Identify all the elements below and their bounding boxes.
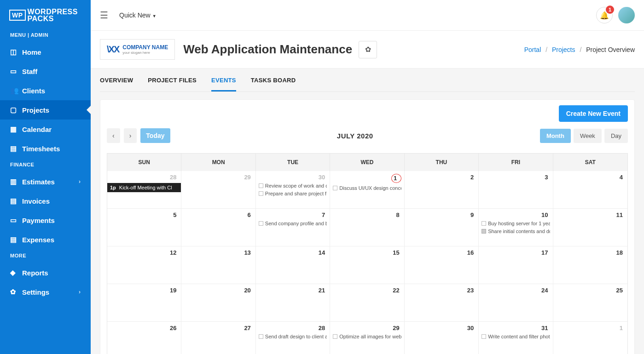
day-number: 13 <box>184 249 252 256</box>
day-of-week-header: WED <box>330 154 404 171</box>
breadcrumb-projects[interactable]: Projects <box>552 46 575 53</box>
calendar-event[interactable]: Buy hosting server for 1 year at <box>482 221 550 226</box>
calendar-day[interactable]: 15 <box>330 246 404 284</box>
next-month-button[interactable]: › <box>124 128 137 143</box>
avatar[interactable] <box>618 7 635 23</box>
calendar-day[interactable]: 1Discuss UI/UX design concepts <box>330 171 404 209</box>
calendar-event[interactable]: Send company profile and bran <box>259 221 327 226</box>
day-number: 3 <box>482 174 550 181</box>
sidebar-item-clients[interactable]: 👥Clients <box>0 81 91 100</box>
breadcrumb-current: Project Overview <box>586 46 635 53</box>
calendar-day[interactable]: 20 <box>181 284 255 322</box>
calendar-event[interactable]: Write content and filter photos <box>482 334 550 339</box>
calendar-event[interactable]: Discuss UI/UX design concepts <box>333 185 401 191</box>
sidebar-item-payments[interactable]: ▭Payments <box>0 211 91 230</box>
calendar-day[interactable]: 17 <box>479 246 553 284</box>
calendar-event[interactable]: Send draft design to client and <box>259 334 327 339</box>
sidebar-item-timesheets[interactable]: ▤Timesheets <box>0 139 91 158</box>
events-panel: Create New Event ‹ › Today JULY 2020 Mon… <box>100 99 635 354</box>
calendar-day[interactable]: 12 <box>107 246 181 284</box>
calendar-day[interactable]: 2 <box>405 171 479 209</box>
tab-events[interactable]: EVENTS <box>211 77 236 91</box>
day-number: 23 <box>407 287 476 294</box>
day-number: 7 <box>259 211 327 218</box>
month-view-button[interactable]: Month <box>540 129 571 143</box>
sidebar-item-invoices[interactable]: ▤Invoices <box>0 191 91 211</box>
calendar-day[interactable]: 6 <box>181 209 255 246</box>
day-number: 26 <box>110 325 178 331</box>
calendar-day[interactable]: 25 <box>553 284 627 322</box>
breadcrumb-portal[interactable]: Portal <box>524 46 541 53</box>
calendar-day[interactable]: 22 <box>330 284 404 322</box>
day-number: 27 <box>184 325 252 331</box>
calendar-day[interactable]: 26 <box>107 322 181 354</box>
day-number: 24 <box>482 287 550 294</box>
chevron-right-icon: › <box>79 178 81 185</box>
tab-files[interactable]: PROJECT FILES <box>148 77 197 91</box>
quick-new-dropdown[interactable]: Quick New▼ <box>119 11 157 19</box>
sidebar-item-projects[interactable]: ▢Projects <box>0 100 91 120</box>
tab-overview[interactable]: OVERVIEW <box>100 77 133 91</box>
tab-tasks[interactable]: TASKS BOARD <box>251 77 296 91</box>
calendar-day[interactable]: 281pKick-off Meeting with Cl <box>107 171 181 209</box>
calendar-day[interactable]: 3 <box>479 171 553 209</box>
calendar-day[interactable]: 5 <box>107 209 181 246</box>
calendar-day[interactable]: 11 <box>553 209 627 246</box>
calendar-day[interactable]: 1 <box>553 322 627 354</box>
sidebar-item-estimates[interactable]: ▥Estimates› <box>0 172 91 191</box>
prev-month-button[interactable]: ‹ <box>107 128 120 143</box>
calendar-day[interactable]: 28Send draft design to client and <box>256 322 330 354</box>
calendar-day[interactable]: 31Write content and filter photos <box>479 322 553 354</box>
day-number: 28 <box>110 174 178 181</box>
notifications-button[interactable]: 🔔 1 <box>596 7 613 23</box>
calendar-event[interactable]: Share initial contents and docu <box>482 228 550 234</box>
badge-icon: ▭ <box>10 67 22 75</box>
create-event-button[interactable]: Create New Event <box>559 105 628 122</box>
calendar-day[interactable]: 9 <box>405 209 479 246</box>
calendar-icon: ▦ <box>10 125 22 133</box>
page-title: Web Application Maintenance <box>183 42 352 57</box>
day-view-button[interactable]: Day <box>604 129 628 143</box>
calendar-day[interactable]: 13 <box>181 246 255 284</box>
project-settings-button[interactable]: ✿ <box>359 41 377 58</box>
day-number: 15 <box>333 249 401 256</box>
menu-toggle-icon[interactable]: ☰ <box>100 10 108 21</box>
chevron-right-icon: › <box>129 132 132 139</box>
sidebar-item-expenses[interactable]: ▤Expenses <box>0 230 91 249</box>
calendar-event[interactable]: 1pKick-off Meeting with Cl <box>107 183 181 192</box>
sidebar-item-home[interactable]: ◫Home <box>0 42 91 62</box>
calendar-day[interactable]: 30Review scope of work and comPrepare an… <box>256 171 330 209</box>
today-button[interactable]: Today <box>140 128 170 143</box>
logo[interactable]: WP WORDPRESSPACKS <box>0 0 91 29</box>
calendar-event[interactable]: Prepare and share project files <box>259 191 327 196</box>
calendar-day[interactable]: 4 <box>553 171 627 209</box>
calendar-day[interactable]: 23 <box>405 284 479 322</box>
day-number: 16 <box>407 249 476 256</box>
sidebar-item-staff[interactable]: ▭Staff <box>0 62 91 81</box>
calendar-day[interactable]: 8 <box>330 209 404 246</box>
calendar-event[interactable]: Review scope of work and com <box>259 183 327 188</box>
calendar-grid: SUNMONTUEWEDTHUFRISAT 281pKick-off Meeti… <box>107 153 628 354</box>
calendar-day[interactable]: 21 <box>256 284 330 322</box>
day-number: 29 <box>184 174 252 181</box>
calendar-day[interactable]: 30 <box>405 322 479 354</box>
calendar-day[interactable]: 29Optimize all images for web an <box>330 322 404 354</box>
calendar-day[interactable]: 14 <box>256 246 330 284</box>
calendar-event[interactable]: Optimize all images for web an <box>333 334 401 339</box>
calendar-day[interactable]: 29 <box>181 171 255 209</box>
day-of-week-header: THU <box>405 154 479 171</box>
sidebar-item-reports[interactable]: ◆Reports <box>0 263 91 282</box>
calendar-day[interactable]: 27 <box>181 322 255 354</box>
calendar-day[interactable]: 19 <box>107 284 181 322</box>
calendar-day[interactable]: 18 <box>553 246 627 284</box>
calendar-day[interactable]: 7Send company profile and bran <box>256 209 330 246</box>
sidebar-item-settings[interactable]: ✿Settings› <box>0 282 91 302</box>
calendar-day[interactable]: 24 <box>479 284 553 322</box>
sidebar-item-calendar[interactable]: ▦Calendar <box>0 120 91 139</box>
calendar-day[interactable]: 16 <box>405 246 479 284</box>
day-number: 12 <box>110 249 178 256</box>
calendar-day[interactable]: 10Buy hosting server for 1 year atShare … <box>479 209 553 246</box>
calendar-toolbar: ‹ › Today JULY 2020 Month Week Day <box>107 128 628 143</box>
week-view-button[interactable]: Week <box>574 129 602 143</box>
menu-header: MENU | ADMIN <box>0 29 91 42</box>
